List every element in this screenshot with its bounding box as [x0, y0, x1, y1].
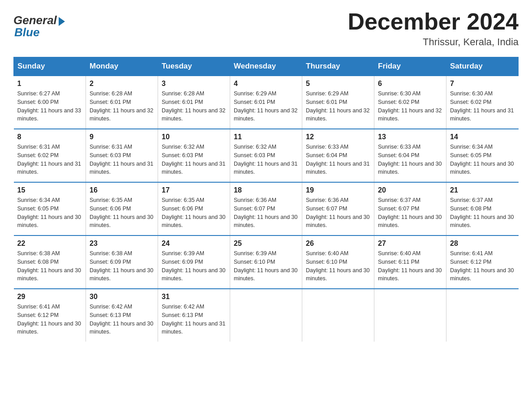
- day-info: Sunrise: 6:30 AM Sunset: 6:02 PM Dayligh…: [378, 90, 442, 123]
- calendar-table: SundayMondayTuesdayWednesdayThursdayFrid…: [13, 57, 519, 342]
- calendar-cell: 18 Sunrise: 6:36 AM Sunset: 6:07 PM Dayl…: [230, 182, 302, 235]
- calendar-cell: 21 Sunrise: 6:37 AM Sunset: 6:08 PM Dayl…: [446, 182, 519, 235]
- calendar-week-row: 1 Sunrise: 6:27 AM Sunset: 6:00 PM Dayli…: [14, 76, 519, 129]
- calendar-cell: 7 Sunrise: 6:30 AM Sunset: 6:02 PM Dayli…: [446, 76, 519, 129]
- day-info: Sunrise: 6:31 AM Sunset: 6:03 PM Dayligh…: [90, 143, 154, 176]
- calendar-week-row: 8 Sunrise: 6:31 AM Sunset: 6:02 PM Dayli…: [14, 129, 519, 182]
- calendar-cell: 3 Sunrise: 6:28 AM Sunset: 6:01 PM Dayli…: [158, 76, 230, 129]
- day-info: Sunrise: 6:36 AM Sunset: 6:07 PM Dayligh…: [234, 196, 298, 230]
- day-number: 19: [306, 186, 370, 194]
- day-number: 4: [234, 80, 298, 88]
- calendar-cell: 30 Sunrise: 6:42 AM Sunset: 6:13 PM Dayl…: [86, 289, 158, 342]
- calendar-cell: [230, 289, 302, 342]
- calendar-cell: 8 Sunrise: 6:31 AM Sunset: 6:02 PM Dayli…: [14, 129, 86, 182]
- day-info: Sunrise: 6:40 AM Sunset: 6:10 PM Dayligh…: [306, 249, 370, 283]
- calendar-cell: 14 Sunrise: 6:34 AM Sunset: 6:05 PM Dayl…: [446, 129, 519, 182]
- day-number: 24: [162, 240, 226, 248]
- day-number: 22: [17, 240, 82, 248]
- day-number: 16: [90, 186, 154, 194]
- day-info: Sunrise: 6:41 AM Sunset: 6:12 PM Dayligh…: [450, 249, 515, 283]
- calendar-cell: 10 Sunrise: 6:32 AM Sunset: 6:03 PM Dayl…: [158, 129, 230, 182]
- calendar-subtitle: Thrissur, Kerala, India: [348, 36, 519, 48]
- day-info: Sunrise: 6:36 AM Sunset: 6:07 PM Dayligh…: [306, 196, 370, 230]
- day-info: Sunrise: 6:27 AM Sunset: 6:00 PM Dayligh…: [17, 90, 82, 123]
- calendar-cell: 12 Sunrise: 6:33 AM Sunset: 6:04 PM Dayl…: [302, 129, 374, 182]
- calendar-week-row: 15 Sunrise: 6:34 AM Sunset: 6:05 PM Dayl…: [14, 182, 519, 235]
- calendar-cell: 27 Sunrise: 6:40 AM Sunset: 6:11 PM Dayl…: [374, 235, 446, 289]
- header-monday: Monday: [86, 57, 158, 76]
- logo: General Blue: [13, 13, 65, 39]
- calendar-cell: 6 Sunrise: 6:30 AM Sunset: 6:02 PM Dayli…: [374, 76, 446, 129]
- calendar-cell: 24 Sunrise: 6:39 AM Sunset: 6:09 PM Dayl…: [158, 235, 230, 289]
- day-info: Sunrise: 6:33 AM Sunset: 6:04 PM Dayligh…: [306, 143, 370, 176]
- day-info: Sunrise: 6:39 AM Sunset: 6:10 PM Dayligh…: [234, 249, 298, 283]
- day-number: 13: [378, 133, 442, 141]
- calendar-cell: 16 Sunrise: 6:35 AM Sunset: 6:06 PM Dayl…: [86, 182, 158, 235]
- calendar-cell: 19 Sunrise: 6:36 AM Sunset: 6:07 PM Dayl…: [302, 182, 374, 235]
- header-wednesday: Wednesday: [230, 57, 302, 76]
- calendar-cell: 9 Sunrise: 6:31 AM Sunset: 6:03 PM Dayli…: [86, 129, 158, 182]
- day-number: 7: [450, 80, 515, 88]
- calendar-cell: 23 Sunrise: 6:38 AM Sunset: 6:09 PM Dayl…: [86, 235, 158, 289]
- calendar-cell: 4 Sunrise: 6:29 AM Sunset: 6:01 PM Dayli…: [230, 76, 302, 129]
- day-info: Sunrise: 6:32 AM Sunset: 6:03 PM Dayligh…: [162, 143, 226, 176]
- calendar-cell: 26 Sunrise: 6:40 AM Sunset: 6:10 PM Dayl…: [302, 235, 374, 289]
- day-number: 2: [90, 80, 154, 88]
- calendar-cell: 2 Sunrise: 6:28 AM Sunset: 6:01 PM Dayli…: [86, 76, 158, 129]
- calendar-cell: 22 Sunrise: 6:38 AM Sunset: 6:08 PM Dayl…: [14, 235, 86, 289]
- day-number: 29: [17, 293, 82, 301]
- header-thursday: Thursday: [302, 57, 374, 76]
- day-number: 9: [90, 133, 154, 141]
- day-info: Sunrise: 6:37 AM Sunset: 6:08 PM Dayligh…: [450, 196, 515, 230]
- day-info: Sunrise: 6:37 AM Sunset: 6:07 PM Dayligh…: [378, 196, 442, 230]
- day-number: 10: [162, 133, 226, 141]
- day-number: 18: [234, 186, 298, 194]
- calendar-cell: 25 Sunrise: 6:39 AM Sunset: 6:10 PM Dayl…: [230, 235, 302, 289]
- day-info: Sunrise: 6:30 AM Sunset: 6:02 PM Dayligh…: [450, 90, 515, 123]
- day-info: Sunrise: 6:41 AM Sunset: 6:12 PM Dayligh…: [17, 303, 82, 336]
- day-number: 11: [234, 133, 298, 141]
- calendar-cell: 11 Sunrise: 6:32 AM Sunset: 6:03 PM Dayl…: [230, 129, 302, 182]
- calendar-cell: 5 Sunrise: 6:29 AM Sunset: 6:01 PM Dayli…: [302, 76, 374, 129]
- day-number: 25: [234, 240, 298, 248]
- day-number: 23: [90, 240, 154, 248]
- page-header: General Blue December 2024 Thrissur, Ker…: [13, 9, 519, 48]
- day-info: Sunrise: 6:31 AM Sunset: 6:02 PM Dayligh…: [17, 143, 82, 176]
- day-info: Sunrise: 6:28 AM Sunset: 6:01 PM Dayligh…: [90, 90, 154, 123]
- day-info: Sunrise: 6:39 AM Sunset: 6:09 PM Dayligh…: [162, 249, 226, 283]
- header-tuesday: Tuesday: [158, 57, 230, 76]
- header-sunday: Sunday: [14, 57, 86, 76]
- header-friday: Friday: [374, 57, 446, 76]
- calendar-cell: 29 Sunrise: 6:41 AM Sunset: 6:12 PM Dayl…: [14, 289, 86, 342]
- logo-arrow-icon: [59, 17, 65, 26]
- day-number: 17: [162, 186, 226, 194]
- logo-blue-text: Blue: [13, 26, 39, 39]
- day-info: Sunrise: 6:34 AM Sunset: 6:05 PM Dayligh…: [450, 143, 515, 176]
- calendar-cell: [302, 289, 374, 342]
- day-info: Sunrise: 6:42 AM Sunset: 6:13 PM Dayligh…: [90, 303, 154, 336]
- day-number: 14: [450, 133, 515, 141]
- day-number: 3: [162, 80, 226, 88]
- day-number: 8: [17, 133, 82, 141]
- day-info: Sunrise: 6:42 AM Sunset: 6:13 PM Dayligh…: [162, 303, 226, 336]
- day-number: 28: [450, 240, 515, 248]
- calendar-cell: 20 Sunrise: 6:37 AM Sunset: 6:07 PM Dayl…: [374, 182, 446, 235]
- calendar-cell: [374, 289, 446, 342]
- day-info: Sunrise: 6:35 AM Sunset: 6:06 PM Dayligh…: [90, 196, 154, 230]
- title-block: December 2024 Thrissur, Kerala, India: [348, 9, 519, 48]
- calendar-cell: [446, 289, 519, 342]
- calendar-cell: 28 Sunrise: 6:41 AM Sunset: 6:12 PM Dayl…: [446, 235, 519, 289]
- day-info: Sunrise: 6:40 AM Sunset: 6:11 PM Dayligh…: [378, 249, 442, 283]
- calendar-title: December 2024: [348, 9, 519, 34]
- day-info: Sunrise: 6:29 AM Sunset: 6:01 PM Dayligh…: [234, 90, 298, 123]
- day-number: 1: [17, 80, 82, 88]
- day-number: 21: [450, 186, 515, 194]
- day-number: 27: [378, 240, 442, 248]
- day-number: 6: [378, 80, 442, 88]
- calendar-week-row: 29 Sunrise: 6:41 AM Sunset: 6:12 PM Dayl…: [14, 289, 519, 342]
- day-info: Sunrise: 6:29 AM Sunset: 6:01 PM Dayligh…: [306, 90, 370, 123]
- calendar-header-row: SundayMondayTuesdayWednesdayThursdayFrid…: [14, 57, 519, 76]
- day-number: 12: [306, 133, 370, 141]
- day-info: Sunrise: 6:34 AM Sunset: 6:05 PM Dayligh…: [17, 196, 82, 230]
- day-number: 31: [162, 293, 226, 301]
